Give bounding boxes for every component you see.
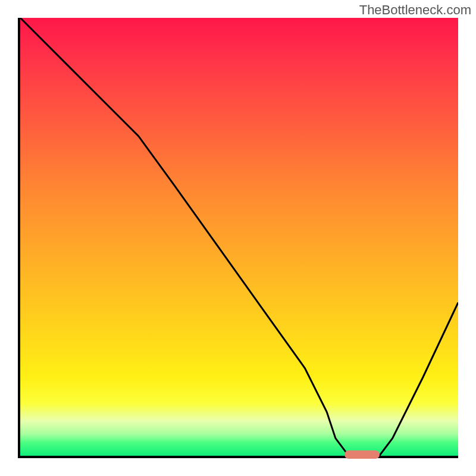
watermark-text: TheBottleneck.com <box>359 2 471 18</box>
plot-area <box>18 18 458 458</box>
curve-svg <box>20 18 458 456</box>
bottleneck-curve-path <box>20 18 458 456</box>
sweet-spot-marker <box>345 450 380 459</box>
